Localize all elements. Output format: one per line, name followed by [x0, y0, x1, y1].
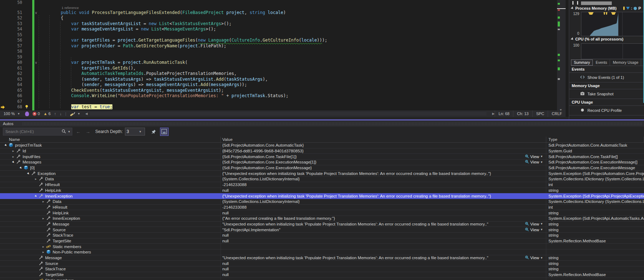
code-line[interactable]: 60∨ var projectTmTask = project.RunAutom…	[0, 60, 557, 66]
code-line[interactable]: 51∨ public void ProcessTargetLanguageFil…	[0, 10, 557, 16]
code-line[interactable]: 58	[0, 49, 557, 54]
take-snapshot-link[interactable]: Take Snapshot	[569, 89, 644, 99]
drag-grip[interactable]	[22, 122, 642, 125]
pin-to-source-button[interactable]	[150, 128, 158, 136]
search-back-button[interactable]: ←	[74, 129, 82, 134]
expander-icon[interactable]: ▼	[25, 171, 31, 176]
code-line[interactable]: 55	[0, 32, 557, 38]
suggestion-icon[interactable]	[25, 111, 29, 116]
column-header-name[interactable]: Name	[0, 137, 221, 142]
table-row[interactable]: ▸Static members	[0, 244, 644, 250]
zoom-dropdown[interactable]: 100 %▼	[4, 111, 21, 116]
code-line[interactable]: 59	[0, 54, 557, 60]
table-row[interactable]: ▼projectTmTask{Sdl.ProjectAutomation.Cor…	[0, 143, 644, 148]
tab-events[interactable]: Events	[593, 60, 610, 66]
show-events-1-of-1--link[interactable]: Show Events (1 of 1)	[569, 73, 644, 82]
expander-icon[interactable]: ▼	[10, 160, 16, 165]
codelens-references[interactable]: 1 reference	[0, 6, 557, 10]
code-line[interactable]: 68 var test = true;	[0, 104, 557, 110]
cpu-chart-header[interactable]: CPU (% of all processors)	[569, 36, 623, 42]
code-line[interactable]: 56 var targetFiles = project.GetTargetLa…	[0, 38, 557, 43]
code-line[interactable]: 65 CheckEvents(taskStatusEventArgsList, …	[0, 88, 557, 94]
code-line[interactable]: 54 var messageEventArgsList = new List<M…	[0, 27, 557, 32]
outlining-collapse-icon[interactable]: ∨	[35, 60, 37, 66]
hscroll-right-arrow[interactable]: ▶	[492, 112, 495, 115]
code-line[interactable]: 50	[0, 0, 557, 6]
view-visualizer-button[interactable]: View▼	[525, 255, 546, 260]
search-input[interactable]	[3, 129, 61, 134]
expander-icon[interactable]: ▸	[11, 149, 15, 153]
record-cpu-profile-link[interactable]: Record CPU Profile	[569, 106, 644, 115]
table-row[interactable]: HResult-2146233088int	[0, 182, 644, 188]
search-forward-button[interactable]: →	[84, 129, 92, 134]
insert-mode-indicator[interactable]: SPC	[532, 110, 548, 117]
view-visualizer-button[interactable]: View▼	[525, 154, 546, 159]
view-visualizer-button[interactable]: View▼	[525, 222, 546, 227]
expander-icon[interactable]: ▼	[3, 143, 9, 148]
table-row[interactable]: ▼Messages{Sdl.ProjectAutomation.Core.Exe…	[0, 160, 644, 165]
code-line[interactable]: 53 var taskStatusEventArgsList = new Lis…	[0, 21, 557, 27]
table-row[interactable]: ▸Data{System.Collections.ListDictionaryI…	[0, 199, 644, 205]
code-line[interactable]: 57 var projectFolder = Path.GetDirectory…	[0, 43, 557, 49]
code-editor[interactable]: 501 reference51∨ public void ProcessTarg…	[0, 0, 557, 110]
lightbulb-icon[interactable]	[24, 104, 29, 109]
outlining-collapse-icon[interactable]: ∨	[35, 10, 37, 16]
watch-layout-toggle-button[interactable]: ab	[160, 128, 169, 136]
table-row[interactable]: HelpLinknullstring	[0, 210, 644, 216]
error-count[interactable]: ✕0	[33, 111, 40, 116]
code-line[interactable]: 62 AutomaticTaskTemplateIds.PopulateProj…	[0, 71, 557, 77]
editor-vertical-scrollbar[interactable]: ▼	[557, 0, 566, 117]
expander-icon[interactable]: ▸	[34, 177, 38, 181]
table-row[interactable]: HelpLinknullstring	[0, 188, 644, 194]
tab-summary[interactable]: Summary	[571, 60, 593, 66]
pause-button[interactable]	[572, 1, 578, 5]
table-row[interactable]: StackTracenullstring	[0, 233, 644, 238]
table-row[interactable]: TargetSitenullSystem.Reflection.MethodBa…	[0, 238, 644, 244]
search-depth-dropdown[interactable]: 3 ▼	[125, 128, 145, 136]
tab-memory-usage[interactable]: Memory Usage	[610, 60, 641, 66]
table-row[interactable]: Message"Unexpected exception when initia…	[0, 222, 644, 227]
code-line[interactable]: 67	[0, 99, 557, 105]
code-line[interactable]: 63 (sender, taskStatusArgs) => taskStatu…	[0, 77, 557, 82]
table-row[interactable]: ▸InnerException{"An error occurred creat…	[0, 216, 644, 222]
timeline-scrollbar[interactable]	[581, 1, 612, 5]
view-visualizer-button[interactable]: View▼	[525, 227, 546, 232]
code-line[interactable]: 61 targetFiles.GetIds(),	[0, 66, 557, 71]
warning-count[interactable]: ▲6	[43, 111, 50, 116]
table-row[interactable]: ▼InnerException{"Unexpected exception wh…	[0, 193, 644, 199]
table-row[interactable]: Sourcenullstring	[0, 261, 644, 266]
code-cleanup-button[interactable]: ▼	[70, 111, 82, 116]
table-row[interactable]: ▼[0]{Sdl.ProjectAutomation.Core.Executio…	[0, 165, 644, 171]
next-issue-button[interactable]: ↓	[60, 111, 62, 116]
search-icon[interactable]	[61, 129, 66, 134]
table-row[interactable]: TargetSitenullSystem.Reflection.MethodBa…	[0, 272, 644, 278]
code-line[interactable]: 52 {	[0, 15, 557, 21]
table-row[interactable]: ▸InputFiles{Sdl.ProjectAutomation.Core.T…	[0, 154, 644, 160]
table-row[interactable]: ▸Data{System.Collections.ListDictionaryI…	[0, 176, 644, 182]
code-line[interactable]: 66 Console.WriteLine("RunPopulateProject…	[0, 93, 557, 99]
expander-icon[interactable]: ▸	[41, 200, 45, 203]
hscroll-left-arrow[interactable]: ◀	[85, 112, 88, 115]
memory-chart-header[interactable]: Process Memory (MB) : P	[569, 5, 644, 11]
table-row[interactable]: ▸Static members	[0, 278, 644, 280]
expander-icon[interactable]: ▸	[34, 279, 38, 280]
prev-issue-button[interactable]: ↑	[54, 111, 56, 116]
expander-icon[interactable]: ▸	[41, 245, 45, 248]
table-row[interactable]: Message"Unexpected exception when initia…	[0, 255, 644, 261]
chevron-down-icon[interactable]: ▼	[66, 130, 72, 133]
autos-title-bar[interactable]: Autos	[0, 120, 644, 127]
code-line[interactable]: 64 (sender, messageArgs) => messageEvent…	[0, 82, 557, 88]
expander-icon[interactable]: ▸	[41, 250, 45, 254]
view-visualizer-button[interactable]: View▼	[525, 160, 546, 165]
table-row[interactable]: HResult-2146233088int	[0, 205, 644, 210]
expander-icon[interactable]: ▸	[11, 155, 15, 158]
column-header-value[interactable]: Value	[221, 137, 546, 142]
expander-icon[interactable]: ▼	[18, 165, 24, 171]
table-row[interactable]: ▸Id{845c725d-dd81-4996-9b68-8401d3780853…	[0, 148, 644, 154]
table-row[interactable]: ▸Non-Public members	[0, 250, 644, 255]
horizontal-scrollbar[interactable]	[90, 112, 486, 115]
expander-icon[interactable]: ▸	[41, 217, 45, 220]
line-ending-indicator[interactable]: CRLF	[548, 110, 566, 117]
expander-icon[interactable]: ▼	[33, 193, 39, 199]
search-box[interactable]: ▼	[3, 128, 72, 136]
